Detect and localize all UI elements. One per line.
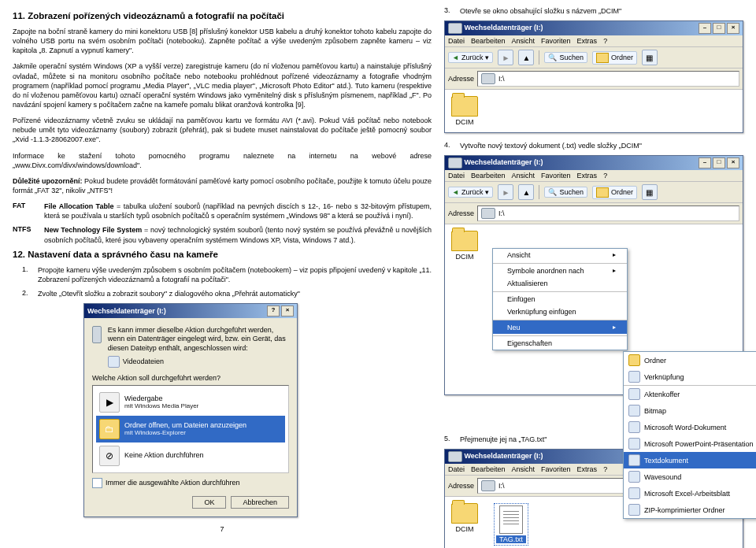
ctx-aktualisieren[interactable]: Aktualisieren: [493, 277, 627, 290]
word-icon: [628, 421, 640, 433]
help-button[interactable]: ?: [267, 305, 280, 317]
autoplay-dialog: Wechseldatenträger (I:) ? × Es kann imme…: [83, 303, 298, 517]
menu-help[interactable]: ?: [603, 465, 607, 473]
views-icon[interactable]: ▦: [642, 184, 658, 200]
menu-extras[interactable]: Extras: [577, 37, 598, 45]
autoplay-option-play[interactable]: ▶ Wiedergabe mit Windows Media Player: [96, 389, 285, 416]
menu-help[interactable]: ?: [603, 37, 607, 45]
sub-zip[interactable]: ZIP-komprimierter Ordner: [624, 502, 756, 518]
menu-datei[interactable]: Datei: [448, 465, 465, 473]
bitmap-icon: [628, 405, 640, 417]
disk-icon: [448, 23, 462, 34]
sub-ppt[interactable]: Microsoft PowerPoint-Präsentation: [624, 435, 756, 452]
menu-bearbeiten[interactable]: Bearbeiten: [471, 465, 506, 473]
menu-favoriten[interactable]: Favoriten: [541, 172, 571, 180]
section-11-p2: Jakmile operační systém Windows (XP a vy…: [13, 61, 432, 109]
address-value: I:\: [498, 482, 505, 490]
sub-ordner[interactable]: Ordner: [624, 352, 756, 368]
address-label: Adresse: [448, 482, 474, 490]
search-button[interactable]: 🔍 Suchen: [544, 187, 587, 198]
sub-textdokument[interactable]: Textdokument: [624, 452, 756, 468]
menu-extras[interactable]: Extras: [577, 172, 598, 180]
dcim-folder[interactable]: DCIM: [451, 96, 478, 126]
txt-file-icon: [499, 505, 523, 534]
disk-icon: [481, 480, 495, 491]
step-3-num: 3.: [444, 6, 455, 16]
ctx-neu[interactable]: Neu: [493, 320, 627, 334]
menu-favoriten[interactable]: Favoriten: [541, 465, 571, 473]
menu-datei[interactable]: Datei: [448, 37, 465, 45]
sub-verknupfung[interactable]: Verknüpfung: [624, 368, 756, 385]
ctx-eigenschaften[interactable]: Eigenschaften: [493, 335, 627, 350]
explorer-window-1: Wechseldatenträger (I:) – □ × Datei Bear…: [444, 20, 743, 133]
close-button[interactable]: ×: [727, 157, 739, 168]
ctx-symbole[interactable]: Symbole anordnen nach: [493, 263, 627, 277]
always-checkbox[interactable]: [92, 478, 102, 488]
ok-button[interactable]: OK: [192, 496, 226, 509]
briefcase-icon: [628, 388, 640, 400]
autoplay-option-none[interactable]: ⊘ Keine Aktion durchführen: [96, 442, 285, 469]
min-button[interactable]: –: [699, 157, 711, 168]
menu-datei[interactable]: Datei: [448, 172, 465, 180]
close-button[interactable]: ×: [281, 305, 294, 317]
forward-icon[interactable]: ►: [498, 50, 513, 65]
folders-button[interactable]: Ordner: [592, 186, 637, 199]
menu-extras[interactable]: Extras: [577, 465, 598, 473]
cancel-button[interactable]: Abbrechen: [231, 496, 289, 509]
autoplay-filetype: Videodateien: [123, 357, 164, 365]
search-button[interactable]: 🔍 Suchen: [544, 52, 587, 63]
section-11-p4: Informace ke stažení tohoto pomocného pr…: [13, 151, 432, 170]
txt-icon: [628, 454, 640, 466]
sub-wave[interactable]: Wavesound: [624, 468, 756, 485]
step-3-text: Otevře se okno obsahující složku s názve…: [460, 6, 743, 16]
dcim-folder[interactable]: DCIM: [451, 231, 478, 261]
neu-submenu: Ordner Verknüpfung Aktenkoffer Bitmap Mi…: [623, 351, 756, 519]
step-1-num: 1.: [22, 265, 33, 284]
menu-ansicht[interactable]: Ansicht: [512, 37, 536, 45]
folder-icon: [628, 354, 640, 366]
ctx-verknupfung-einfugen[interactable]: Verknüpfung einfügen: [493, 305, 627, 318]
folders-button[interactable]: Ordner: [592, 51, 637, 65]
excel-icon: [628, 487, 640, 499]
address-field[interactable]: I:\: [477, 206, 739, 221]
sub-aktenkoffer[interactable]: Aktenkoffer: [624, 385, 756, 402]
forward-icon[interactable]: ►: [498, 184, 513, 200]
address-label: Adresse: [448, 209, 474, 217]
ctx-ansicht[interactable]: Ansicht: [493, 249, 627, 261]
autoplay-option-open-folder[interactable]: 🗀 Ordner öffnen, um Dateien anzuzeigen m…: [96, 416, 285, 442]
disk-icon: [481, 208, 495, 219]
zip-icon: [628, 504, 640, 516]
disk-icon: [92, 326, 102, 343]
sub-bitmap[interactable]: Bitmap: [624, 402, 756, 419]
folder-icon: [451, 96, 478, 117]
ctx-einfugen[interactable]: Einfügen: [493, 291, 627, 305]
back-button[interactable]: ◄ Zurück ▾: [448, 52, 493, 63]
menu-ansicht[interactable]: Ansicht: [512, 172, 536, 180]
tag-txt-file[interactable]: TAG.txt: [494, 503, 528, 546]
max-button[interactable]: □: [713, 157, 725, 168]
menu-ansicht[interactable]: Ansicht: [512, 465, 536, 473]
address-value: I:\: [498, 209, 505, 217]
important-label: Důležité upozornění:: [13, 177, 83, 185]
ntfs-definition: New Technology File System = nový techno…: [44, 225, 432, 244]
max-button[interactable]: □: [713, 23, 725, 34]
sub-word[interactable]: Microsoft Word-Dokument: [624, 419, 756, 435]
menu-favoriten[interactable]: Favoriten: [541, 37, 571, 45]
wmp-icon: ▶: [99, 392, 120, 413]
back-button[interactable]: ◄ Zurück ▾: [448, 187, 493, 198]
address-field[interactable]: I:\: [477, 71, 739, 87]
section-11-p5: Důležité upozornění: Pokud budete provád…: [13, 176, 432, 195]
menu-help[interactable]: ?: [603, 172, 607, 180]
menu-bearbeiten[interactable]: Bearbeiten: [471, 172, 506, 180]
min-button[interactable]: –: [699, 23, 711, 34]
up-icon[interactable]: ▲: [518, 50, 534, 65]
sub-excel[interactable]: Microsoft Excel-Arbeitsblatt: [624, 485, 756, 502]
up-icon[interactable]: ▲: [518, 184, 534, 200]
disk-icon: [481, 73, 495, 84]
always-label: Immer die ausgewählte Aktion durchführen: [106, 479, 240, 487]
close-button[interactable]: ×: [727, 23, 739, 34]
fat-term: FAT: [13, 202, 38, 220]
views-icon[interactable]: ▦: [642, 50, 658, 65]
dcim-folder[interactable]: DCIM: [451, 503, 478, 533]
menu-bearbeiten[interactable]: Bearbeiten: [471, 37, 506, 45]
